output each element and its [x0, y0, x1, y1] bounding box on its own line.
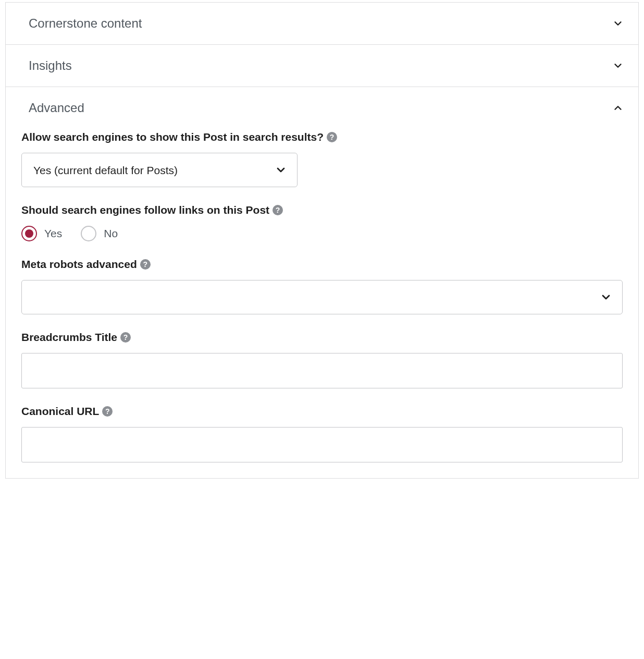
- radio-indicator-unchecked: [81, 226, 96, 241]
- input-breadcrumbs[interactable]: [21, 353, 623, 388]
- section-title-cornerstone: Cornerstone content: [29, 16, 142, 31]
- label-text-allow-search: Allow search engines to show this Post i…: [21, 131, 324, 143]
- section-title-insights: Insights: [29, 58, 72, 73]
- select-meta-robots[interactable]: [21, 280, 623, 314]
- radio-follow-no[interactable]: No: [81, 226, 118, 241]
- section-title-advanced: Advanced: [29, 101, 84, 115]
- settings-panel: Cornerstone content Insights Advanced: [5, 2, 639, 479]
- label-canonical: Canonical URL ?: [21, 405, 623, 418]
- label-follow-links: Should search engines follow links on th…: [21, 204, 623, 216]
- section-header-cornerstone[interactable]: Cornerstone content: [6, 3, 638, 44]
- field-canonical: Canonical URL ?: [21, 405, 623, 462]
- chevron-up-icon: [612, 102, 624, 114]
- input-canonical[interactable]: [21, 427, 623, 462]
- label-allow-search: Allow search engines to show this Post i…: [21, 131, 623, 143]
- radio-follow-yes[interactable]: Yes: [21, 226, 62, 241]
- label-text-breadcrumbs: Breadcrumbs Title: [21, 331, 117, 344]
- help-icon[interactable]: ?: [273, 205, 283, 215]
- select-wrap-allow-search: Yes (current default for Posts): [21, 153, 298, 187]
- chevron-down-icon: [612, 18, 624, 29]
- radio-label-no: No: [104, 227, 118, 240]
- radio-dot: [25, 229, 33, 238]
- field-follow-links: Should search engines follow links on th…: [21, 204, 623, 241]
- section-advanced: Advanced Allow search engines to show th…: [6, 87, 638, 478]
- radio-indicator-checked: [21, 226, 37, 241]
- section-cornerstone: Cornerstone content: [6, 2, 638, 44]
- field-breadcrumbs: Breadcrumbs Title ?: [21, 331, 623, 388]
- label-text-follow-links: Should search engines follow links on th…: [21, 204, 269, 216]
- field-meta-robots: Meta robots advanced ?: [21, 258, 623, 314]
- label-meta-robots: Meta robots advanced ?: [21, 258, 623, 271]
- section-insights: Insights: [6, 44, 638, 87]
- advanced-body: Allow search engines to show this Post i…: [6, 129, 638, 478]
- label-text-meta-robots: Meta robots advanced: [21, 258, 137, 271]
- chevron-down-icon: [612, 60, 624, 71]
- label-breadcrumbs: Breadcrumbs Title ?: [21, 331, 623, 344]
- radio-group-follow-links: Yes No: [21, 226, 623, 241]
- select-allow-search[interactable]: Yes (current default for Posts): [21, 153, 298, 187]
- help-icon[interactable]: ?: [120, 332, 131, 343]
- section-header-insights[interactable]: Insights: [6, 45, 638, 87]
- help-icon[interactable]: ?: [327, 132, 337, 142]
- select-wrap-meta-robots: [21, 280, 623, 314]
- section-header-advanced[interactable]: Advanced: [6, 87, 638, 129]
- field-allow-search: Allow search engines to show this Post i…: [21, 131, 623, 187]
- help-icon[interactable]: ?: [102, 406, 113, 417]
- radio-label-yes: Yes: [44, 227, 62, 240]
- label-text-canonical: Canonical URL: [21, 405, 99, 418]
- help-icon[interactable]: ?: [140, 259, 151, 270]
